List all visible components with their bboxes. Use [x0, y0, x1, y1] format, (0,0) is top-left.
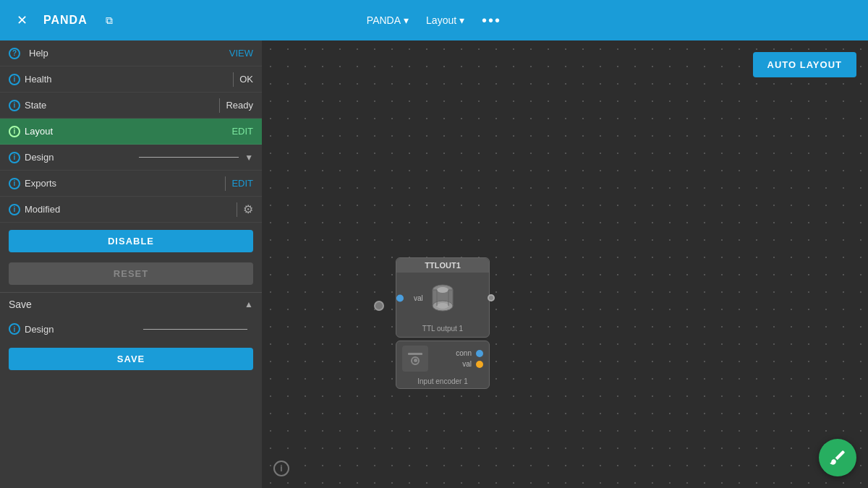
node-ttlout1: TTLOUT1 val [396, 257, 490, 338]
app-title: PANDA [43, 14, 88, 27]
help-label: Help [29, 48, 229, 59]
close-button[interactable]: ✕ [12, 10, 32, 30]
panda-chevron-icon: ▾ [404, 14, 409, 26]
design-row: i Design ▼ [0, 145, 262, 171]
main-layout: ? Help VIEW i Health OK i State Ready i … [0, 40, 868, 488]
divider [219, 98, 220, 113]
exports-label: Exports [25, 178, 219, 189]
bottom-info-icon[interactable]: i [273, 461, 289, 476]
sub-node-title: Input encoder 1 [396, 376, 489, 388]
val-port-left [396, 294, 404, 301]
design-divider [139, 157, 239, 158]
save-chevron-icon: ▲ [244, 299, 253, 309]
node-body: val [396, 273, 489, 323]
bottom-info[interactable]: i [273, 461, 289, 476]
help-row: ? Help VIEW [0, 40, 262, 67]
reset-button[interactable]: RESET [9, 262, 253, 285]
encoder-inner [414, 359, 417, 362]
node-ttlout1-container[interactable]: TTLOUT1 val [396, 257, 490, 389]
svg-point-3 [437, 287, 448, 293]
divider [237, 202, 237, 217]
save-btn-row: SAVE [0, 343, 262, 374]
encoder-circle [411, 356, 420, 365]
save-design-row: i Design [0, 316, 262, 342]
encoder-line [408, 353, 422, 355]
exports-row: i Exports EDIT [0, 171, 262, 197]
paint-brush-icon [828, 448, 847, 467]
spool-icon [425, 280, 461, 316]
state-info-icon: i [9, 100, 20, 111]
topbar-left: ✕ PANDA ⧉ [12, 10, 119, 30]
health-info-icon: i [9, 74, 20, 85]
sub-node-body: conn val [396, 341, 489, 376]
conn-port-label: conn [456, 349, 472, 357]
disable-btn-row: DISABLE [0, 226, 262, 257]
health-label: Health [25, 74, 227, 85]
design-dropdown-arrow[interactable]: ▼ [244, 153, 253, 163]
reset-btn-row: RESET [0, 258, 262, 289]
layout-chevron-icon: ▾ [459, 14, 464, 26]
node-encoder: conn val Input encoder 1 [396, 341, 490, 389]
topbar: ✕ PANDA ⧉ PANDA ▾ Layout ▾ ••• [0, 0, 868, 40]
exports-info-icon: i [9, 178, 20, 189]
right-handle [488, 294, 495, 301]
paint-brush-button[interactable] [819, 439, 856, 476]
health-value: OK [239, 74, 253, 85]
layout-label: Layout [25, 126, 231, 137]
health-row: i Health OK [0, 67, 262, 93]
save-button[interactable]: SAVE [9, 348, 253, 370]
divider [225, 176, 226, 191]
panda-dropdown[interactable]: PANDA ▾ [361, 12, 414, 29]
val-sub-port-dot [476, 361, 483, 368]
val-sub-port-label: val [462, 360, 472, 368]
sidebar: ? Help VIEW i Health OK i State Ready i … [0, 40, 262, 488]
save-section-header[interactable]: Save ▲ [0, 292, 262, 316]
exports-edit-label[interactable]: EDIT [231, 178, 253, 189]
divider [233, 72, 234, 87]
encoder-icon [402, 346, 428, 372]
save-design-label: Design [25, 324, 129, 335]
modified-info-icon: i [9, 204, 20, 215]
view-label[interactable]: VIEW [229, 48, 253, 59]
state-row: i State Ready [0, 93, 262, 119]
canvas[interactable]: AUTO LAYOUT TTLOUT1 val [262, 40, 868, 488]
sub-node-ports: conn val [434, 349, 483, 368]
topbar-center: PANDA ▾ Layout ▾ ••• [361, 9, 507, 32]
design-info-icon: i [9, 152, 20, 163]
layout-dropdown[interactable]: Layout ▾ [420, 12, 470, 29]
layout-row[interactable]: i Layout EDIT [0, 119, 262, 145]
state-value: Ready [226, 100, 253, 111]
node-title: TTLOUT1 [396, 258, 489, 273]
val-port-label: val [414, 294, 423, 302]
state-label: State [25, 100, 213, 111]
save-divider [143, 329, 247, 330]
disable-button[interactable]: DISABLE [9, 230, 253, 252]
conn-port-dot [476, 350, 483, 357]
help-info-icon: ? [9, 48, 20, 59]
save-section-label: Save [9, 299, 32, 310]
more-menu-button[interactable]: ••• [476, 9, 507, 32]
modified-row: i Modified ⚙ [0, 197, 262, 223]
design-label: Design [25, 152, 124, 163]
modified-label: Modified [25, 204, 231, 215]
layout-info-icon: i [9, 126, 20, 137]
svg-point-4 [437, 303, 448, 309]
node-subtitle: TTL output 1 [396, 323, 489, 337]
save-design-info-icon: i [9, 323, 20, 335]
gear-icon: ⚙ [243, 202, 253, 216]
external-link-icon[interactable]: ⧉ [99, 10, 119, 30]
left-handle[interactable] [374, 301, 384, 311]
auto-layout-button[interactable]: AUTO LAYOUT [753, 52, 856, 77]
layout-edit-label[interactable]: EDIT [231, 126, 253, 137]
